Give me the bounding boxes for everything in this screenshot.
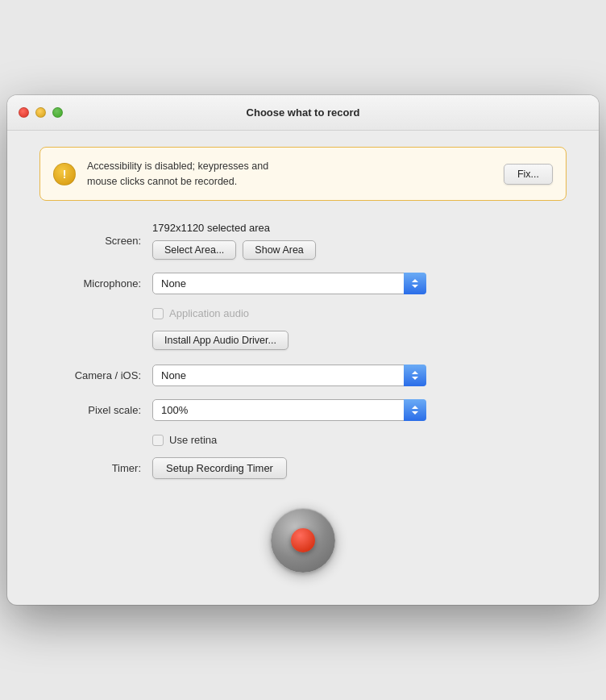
warning-icon: ! (53, 163, 76, 185)
install-audio-row: Install App Audio Driver... (152, 331, 567, 350)
camera-controls: None (152, 365, 567, 386)
screen-row: Screen: 1792x1120 selected area Select A… (39, 222, 567, 260)
app-audio-checkbox[interactable] (152, 308, 164, 319)
close-button[interactable] (19, 107, 29, 118)
camera-select[interactable]: None (152, 365, 426, 386)
retina-checkbox[interactable] (152, 435, 164, 446)
microphone-select-wrapper: None (152, 273, 426, 294)
record-button-container (39, 492, 567, 581)
camera-select-wrapper: None (152, 365, 426, 386)
timer-controls: Setup Recording Timer (152, 457, 567, 479)
screen-buttons: Select Area... Show Area (152, 240, 316, 260)
microphone-controls: None (152, 273, 567, 294)
timer-label: Timer: (39, 462, 152, 474)
show-area-button[interactable]: Show Area (243, 240, 315, 260)
pixel-scale-select-wrapper: 100% (152, 399, 426, 421)
window-title: Choose what to record (247, 106, 360, 119)
retina-row: Use retina (152, 434, 567, 446)
camera-row: Camera / iOS: None (39, 365, 567, 386)
fix-button[interactable]: Fix... (504, 164, 553, 185)
form-section: Screen: 1792x1120 selected area Select A… (39, 222, 567, 492)
record-button[interactable] (271, 508, 335, 573)
screen-value: 1792x1120 selected area (152, 222, 316, 234)
maximize-button[interactable] (52, 107, 63, 118)
screen-controls: 1792x1120 selected area Select Area... S… (152, 222, 316, 260)
microphone-row: Microphone: None (39, 273, 567, 294)
microphone-label: Microphone: (39, 277, 152, 290)
content-area: ! Accessibility is disabled; keypresses … (7, 131, 599, 606)
app-audio-label: Application audio (169, 307, 249, 319)
warning-text: Accessibility is disabled; keypresses an… (87, 159, 492, 190)
pixel-scale-controls: 100% (152, 399, 567, 421)
screen-label: Screen: (39, 235, 152, 247)
traffic-lights (19, 107, 63, 118)
install-audio-button[interactable]: Install App Audio Driver... (152, 331, 288, 350)
retina-label: Use retina (169, 434, 217, 446)
warning-banner: ! Accessibility is disabled; keypresses … (39, 147, 567, 202)
record-dot-icon (291, 528, 315, 552)
microphone-select[interactable]: None (152, 273, 426, 294)
camera-label: Camera / iOS: (39, 369, 152, 381)
minimize-button[interactable] (35, 107, 46, 118)
titlebar: Choose what to record (7, 95, 599, 131)
app-audio-row: Application audio (152, 307, 567, 319)
timer-button[interactable]: Setup Recording Timer (152, 457, 287, 479)
select-area-button[interactable]: Select Area... (152, 240, 236, 260)
main-window: Choose what to record ! Accessibility is… (7, 95, 599, 606)
pixel-scale-select[interactable]: 100% (152, 399, 426, 421)
pixel-scale-label: Pixel scale: (39, 404, 152, 416)
timer-row: Timer: Setup Recording Timer (39, 457, 567, 479)
pixel-scale-row: Pixel scale: 100% (39, 399, 567, 421)
